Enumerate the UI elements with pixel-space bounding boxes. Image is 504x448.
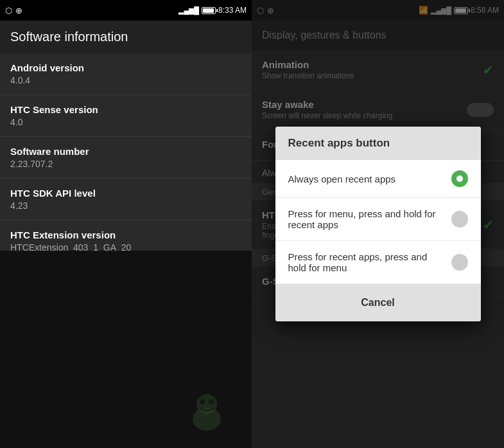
dialog-option-always-open-text: Always open recent apps <box>288 174 451 184</box>
radio-on-icon[interactable] <box>451 170 468 187</box>
dialog-option-always-open[interactable]: Always open recent apps <box>275 160 481 198</box>
dialog-title: Recent apps button <box>275 127 481 160</box>
list-item: Software number 2.23.707.2 <box>0 137 252 179</box>
list-item: HTC Sense version 4.0 <box>0 95 252 137</box>
sdk-api-value: 4.23 <box>10 201 241 211</box>
left-page-header: Software information <box>0 21 252 53</box>
dialog-option-press-recent-text: Press for recent apps, press and hold fo… <box>288 251 451 273</box>
android-version-value: 4.0.4 <box>10 75 241 85</box>
software-number-value: 2.23.707.2 <box>10 159 241 169</box>
list-item: HTC Extension version HTCExtension_403_1… <box>0 220 252 251</box>
radio-off-icon-2[interactable] <box>451 254 468 271</box>
htc-ext-label: HTC Extension version <box>10 229 241 240</box>
dialog-button-row: Cancel <box>275 284 481 321</box>
htc-mascot-icon <box>181 384 232 435</box>
svg-point-1 <box>196 394 217 415</box>
sdk-api-label: HTC SDK API level <box>10 188 241 199</box>
dialog-options: Always open recent apps Press for menu, … <box>275 160 481 284</box>
cancel-button[interactable]: Cancel <box>335 292 420 314</box>
software-info-list: Android version 4.0.4 HTC Sense version … <box>0 53 252 251</box>
htc-sense-label: HTC Sense version <box>10 104 241 115</box>
list-item: HTC SDK API level 4.23 <box>0 179 252 220</box>
left-time: 8:33 AM <box>218 6 247 15</box>
dialog-overlay: Recent apps button Always open recent ap… <box>252 0 504 448</box>
right-panel: ⬡ ⊕ 📶 ▂▄▆█ 8:58 AM Display, gestures & b… <box>252 0 504 448</box>
left-status-bar: ⬡ ⊕ ▂▄▆█ 8:33 AM <box>0 0 252 21</box>
htc-ext-value: HTCExtension_403_1_GA_20 <box>10 242 241 251</box>
signal-bars-icon: ▂▄▆█ <box>178 6 199 15</box>
recent-apps-dialog: Recent apps button Always open recent ap… <box>275 127 481 321</box>
list-item: Android version 4.0.4 <box>0 53 252 95</box>
dialog-option-press-recent[interactable]: Press for recent apps, press and hold fo… <box>275 241 481 284</box>
svg-point-2 <box>200 399 205 404</box>
left-bottom-area <box>0 251 252 448</box>
left-status-right: ▂▄▆█ 8:33 AM <box>178 6 247 15</box>
battery-icon <box>202 7 216 14</box>
htc-icon: ⊕ <box>15 6 22 15</box>
htc-sense-value: 4.0 <box>10 117 241 127</box>
usb-icon: ⬡ <box>5 6 12 15</box>
left-status-icons: ⬡ ⊕ <box>5 6 22 15</box>
android-version-label: Android version <box>10 62 241 73</box>
left-panel: ⬡ ⊕ ▂▄▆█ 8:33 AM Software information An… <box>0 0 252 448</box>
software-number-label: Software number <box>10 146 241 157</box>
radio-off-icon-1[interactable] <box>451 211 468 228</box>
dialog-option-press-menu-text: Press for menu, press and hold for recen… <box>288 208 451 230</box>
svg-point-3 <box>209 399 214 404</box>
left-header-title: Software information <box>10 30 128 44</box>
dialog-option-press-menu[interactable]: Press for menu, press and hold for recen… <box>275 198 481 241</box>
